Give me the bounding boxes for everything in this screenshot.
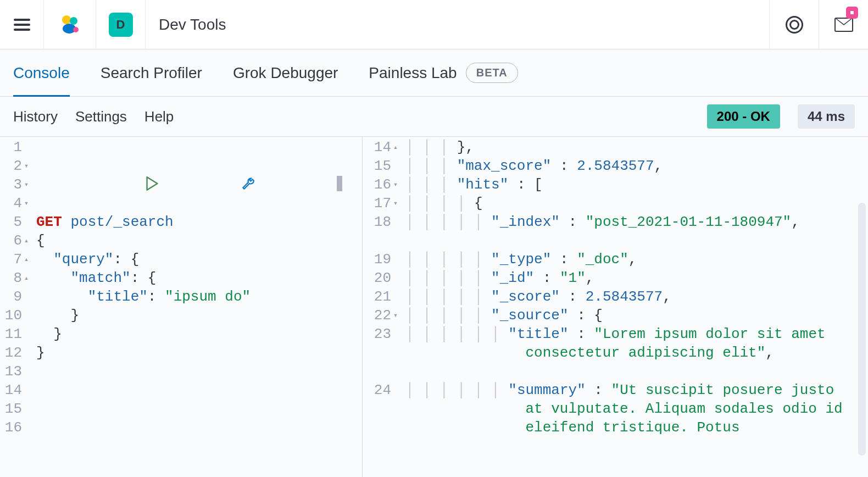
tab-label: Grok Debugger	[233, 64, 338, 82]
status-badge: 200 - OK	[707, 104, 780, 129]
hamburger-icon	[14, 19, 30, 31]
response-scrollbar[interactable]	[858, 203, 866, 456]
svg-point-0	[62, 15, 71, 24]
svg-point-3	[73, 27, 79, 32]
notification-badge	[846, 7, 858, 19]
console-toolbar: History Settings Help 200 - OK 44 ms	[0, 97, 868, 136]
space-selector[interactable]: D	[96, 0, 146, 49]
dev-tools-tabs: ConsoleSearch ProfilerGrok DebuggerPainl…	[0, 49, 868, 97]
wrench-icon	[241, 176, 255, 191]
request-code[interactable]: GET post/_search{ "query": { "match": { …	[33, 137, 362, 477]
tab-label: Console	[13, 64, 70, 82]
settings-link[interactable]: Settings	[75, 108, 127, 125]
header-actions	[769, 0, 868, 49]
console-panes: 12▾3▾4▾56▴7▴8▴910111213141516 GET post/_…	[0, 136, 868, 477]
play-icon	[146, 176, 159, 191]
breadcrumb: Dev Tools	[146, 16, 769, 34]
history-link[interactable]: History	[13, 108, 58, 125]
app-header: D Dev Tools	[0, 0, 868, 49]
lifebuoy-icon	[786, 16, 803, 34]
menu-button[interactable]	[0, 0, 44, 49]
request-gutter: 12▾3▾4▾56▴7▴8▴910111213141516	[0, 137, 33, 477]
request-editor[interactable]: 12▾3▾4▾56▴7▴8▴910111213141516 GET post/_…	[0, 137, 363, 477]
tab-console[interactable]: Console	[13, 51, 70, 97]
response-code[interactable]: │ │ │ },│ │ │ "max_score" : 2.5843577,│ …	[402, 137, 868, 477]
beta-badge: BETA	[466, 63, 518, 83]
tab-label: Search Profiler	[101, 64, 202, 82]
request-options-button[interactable]	[241, 139, 327, 228]
elastic-logo-icon	[58, 13, 81, 36]
tab-search-profiler[interactable]: Search Profiler	[101, 51, 202, 95]
response-time-badge: 44 ms	[798, 104, 855, 129]
space-badge: D	[109, 13, 133, 37]
response-viewer[interactable]: 14▴1516▾17▾1819202122▾2324 │ │ │ },│ │ │…	[363, 137, 868, 477]
tab-painless-lab[interactable]: Painless LabBETA	[369, 49, 518, 96]
collapse-indicator	[337, 176, 342, 191]
help-link[interactable]: Help	[144, 108, 174, 125]
request-actions	[146, 139, 342, 228]
help-menu-button[interactable]	[769, 0, 819, 49]
elastic-logo[interactable]	[44, 0, 96, 49]
news-button[interactable]	[819, 0, 868, 49]
response-gutter: 14▴1516▾17▾1819202122▾2324	[363, 137, 402, 477]
mail-icon	[834, 18, 853, 32]
send-request-button[interactable]	[146, 139, 231, 228]
svg-point-1	[70, 17, 77, 25]
svg-marker-4	[147, 177, 157, 190]
tab-label: Painless Lab	[369, 64, 457, 82]
tab-grok-debugger[interactable]: Grok Debugger	[233, 51, 338, 95]
